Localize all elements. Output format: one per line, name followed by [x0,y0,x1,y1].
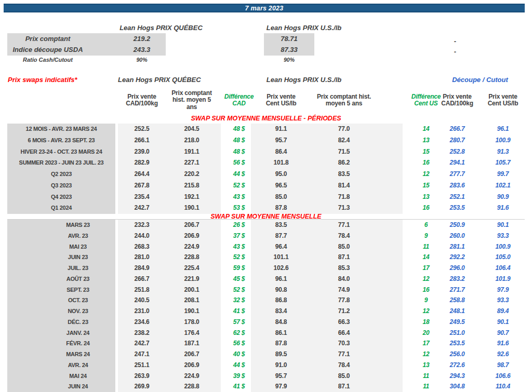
cell-col4: 86.4 [257,146,305,158]
cell-col7: 304.8 [434,381,480,392]
table-row: MAI 23268.3224.943 $96.485.011281.1100.9 [0,241,532,252]
cell-col4: 95.7 [257,371,305,382]
section-header-periodes: SWAP SUR MOYENNE MENSUELLE - PÉRIODES [7,115,525,122]
spot-cutout-placeholder: - [445,47,466,57]
cell-col1: 266.1 [118,135,166,146]
cell-col4: 101.8 [257,157,305,169]
cell-col5: 77.1 [320,349,368,360]
cell-col8: 110.4 [481,381,525,392]
cell-col8: 106.6 [481,371,525,382]
periods-rows: 12 MOIS - AVR. 23 MARS 24252.5204.548 $9… [0,124,532,214]
cell-col7: 280.7 [434,135,480,146]
spot-cutout-placeholder: - [445,36,466,47]
spot-row-label: Prix comptant [7,33,88,44]
cell-col2: 206.7 [168,349,216,360]
cell-col1: 251.1 [118,360,166,371]
cell-col1: 268.3 [118,241,166,252]
table-row: Q1 2024242.7190.153 $87.871.316253.591.6 [0,202,532,214]
row-label: 6 MOIS - AVR. 23 SEPT. 23 [7,135,115,146]
cell-col3: 43 $ [217,192,261,203]
cell-col7: 271.7 [434,285,480,295]
cell-col4: 84.8 [257,317,305,328]
cell-col7: 260.0 [434,231,480,241]
cell-col7: 252.1 [434,192,480,203]
cell-col8: 90.1 [481,220,525,231]
cell-col2: 225.4 [168,263,216,274]
table-row: JUIN 24269.9228.841 $97.987.111304.8110.… [0,381,532,392]
cell-col8: 106.4 [481,263,525,274]
cell-col7: 251.0 [434,328,480,339]
cell-col4: 90.8 [257,285,305,295]
cell-col8: 99.7 [481,169,525,180]
cell-col3: 56 $ [217,338,261,349]
cell-col1: 242.7 [118,338,166,349]
cell-col8: 101.9 [481,274,525,285]
cell-col8: 100.9 [481,241,525,252]
cell-col5: 85.3 [320,263,368,274]
col-header-hist-us: Prix comptant hist. moyen 5 ans [304,86,383,114]
cell-col5: 81.4 [320,180,368,192]
cutout-header: Découpe / Cutout [434,76,526,84]
cell-col1: 251.8 [118,285,166,295]
spot-qc-value: 90% [118,56,166,64]
cell-col1: 282.9 [118,157,166,169]
spot-us-header: Lean Hogs PRIX U.S./lb [257,24,351,32]
cell-col4: 83.5 [257,220,305,231]
cell-col2: 228.8 [168,381,216,392]
table-row: DÉC. 23234.6178.057 $84.866.318249.590.1 [0,317,532,328]
cell-col2: 208.1 [168,295,216,306]
cell-col2: 190.1 [168,202,216,214]
cell-col8: 89.4 [481,306,525,317]
cell-col2: 220.2 [168,169,216,180]
cell-col5: 78.4 [320,231,368,241]
cell-col1: 242.7 [118,202,166,214]
cell-col2: 228.8 [168,252,216,263]
table-row: OCT. 23240.5208.132 $86.877.89258.893.3 [0,295,532,306]
cell-col1: 234.6 [118,317,166,328]
cell-col1: 247.1 [118,349,166,360]
table-row: AOÛT 23266.7221.945 $96.184.012283.2101.… [0,274,532,285]
cell-col4: 91.1 [257,124,305,135]
table-row: SEPT. 23251.8200.152 $90.874.916271.797.… [0,285,532,295]
cell-col5: 66.4 [320,328,368,339]
swaps-us-header: Lean Hogs PRIX U.S./lb [257,76,351,84]
cell-col5: 82.4 [320,135,368,146]
spot-us-value: 78.71 [264,33,314,44]
cell-col7: 249.5 [434,317,480,328]
cell-col7: 253.5 [434,338,480,349]
cell-col2: 192.1 [168,192,216,203]
col-header-prix-vente-us: Prix vente Cent US/lb [253,86,309,114]
monthly-rows: MARS 23232.3206.726 $83.577.16250.990.1A… [0,220,532,392]
cell-col5: 85.0 [320,241,368,252]
cell-col5: 71.8 [320,192,368,203]
cell-col4: 87.8 [257,202,305,214]
row-label: SUMMER 2023 - JUIN 23 JUIL. 23 [7,157,115,169]
table-row: Q2 2023264.4220.244 $95.083.512277.799.7 [0,169,532,180]
table-row: 6 MOIS - AVR. 23 SEPT. 23266.1218.048 $9… [0,135,532,146]
col-header-cutout-us: Prix vente Cent US/lb [476,86,530,114]
cell-col4: 86.1 [257,328,305,339]
cell-col4: 87.8 [257,338,305,349]
spot-row-label: Ratio Cash/Cutout [7,56,88,64]
cell-col4: 83.4 [257,306,305,317]
cell-col3: 52 $ [217,252,261,263]
cell-col5: 74.9 [320,285,368,295]
cell-col1: 281.0 [118,252,166,263]
row-label: HIVER 23-24 - OCT. 23 MARS 24 [7,146,115,158]
cell-col5: 84.0 [320,274,368,285]
spot-us-value: 87.33 [264,44,314,56]
cell-col3: 56 $ [217,157,261,169]
cell-col3: 37 $ [217,231,261,241]
cell-col1: 263.9 [118,371,166,382]
spot-row-label: Indice découpe USDA [7,44,88,56]
table-row: 12 MOIS - AVR. 23 MARS 24252.5204.548 $9… [0,124,532,135]
cell-col4: 85.0 [257,192,305,203]
table-row: MARS 23232.3206.726 $83.577.16250.990.1 [0,220,532,231]
table-row: HIVER 23-24 - OCT. 23 MARS 24239.0191.14… [0,146,532,158]
cell-col3: 48 $ [217,124,261,135]
cell-col1: 231.0 [118,306,166,317]
cell-col5: 77.8 [320,295,368,306]
cell-col5: 71.2 [320,306,368,317]
cell-col5: 71.5 [320,146,368,158]
row-label: Q2 2023 [7,169,115,180]
